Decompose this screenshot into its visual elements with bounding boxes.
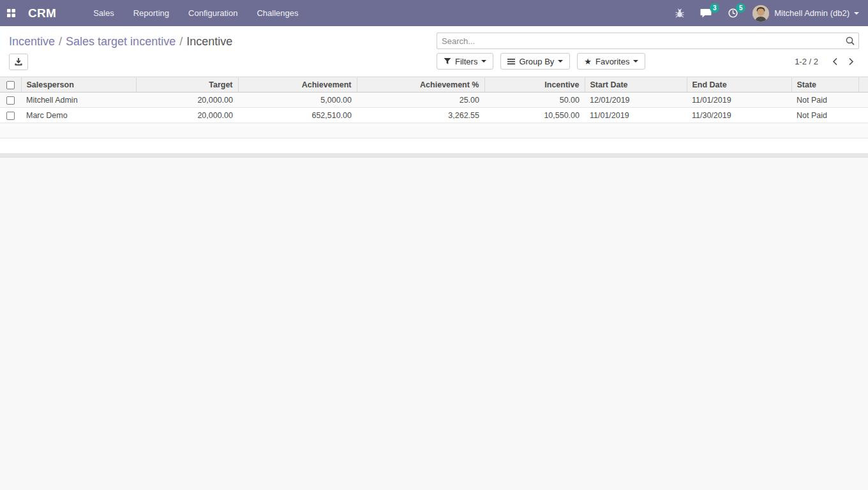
cell-target: 20,000.00 bbox=[136, 108, 238, 123]
cell-spacer bbox=[858, 108, 868, 123]
breadcrumb-item-sales-target-incentive[interactable]: Sales target incentive bbox=[66, 35, 176, 48]
breadcrumb-item-incentive[interactable]: Incentive bbox=[9, 35, 55, 48]
filters-button-label: Filters bbox=[455, 57, 477, 66]
column-header-state[interactable]: State bbox=[791, 77, 858, 93]
breadcrumb: Incentive/Sales target incentive/Incenti… bbox=[9, 33, 437, 50]
pager: 1-2 / 2 bbox=[795, 55, 859, 68]
main-menu: Sales Reporting Configuration Challenges bbox=[84, 0, 667, 26]
control-panel: Incentive/Sales target incentive/Incenti… bbox=[0, 26, 868, 77]
user-menu-caret-icon bbox=[854, 12, 859, 15]
pager-previous-button[interactable] bbox=[827, 55, 843, 68]
select-all-header-cell bbox=[0, 77, 21, 93]
select-all-checkbox[interactable] bbox=[6, 81, 15, 89]
pager-range: 1-2 / 2 bbox=[795, 57, 818, 66]
table-row[interactable]: Marc Demo 20,000.00 652,510.00 3,262.55 … bbox=[0, 108, 868, 123]
table-filler-rows bbox=[0, 123, 868, 154]
export-button[interactable] bbox=[9, 54, 28, 70]
menu-item-sales[interactable]: Sales bbox=[84, 0, 123, 26]
activities-menu-button[interactable]: 5 bbox=[720, 0, 746, 26]
menu-item-challenges[interactable]: Challenges bbox=[248, 0, 307, 26]
download-icon bbox=[14, 57, 23, 66]
group-by-list-icon bbox=[507, 58, 515, 65]
cell-achievement: 652,510.00 bbox=[238, 108, 357, 123]
filter-funnel-icon bbox=[444, 57, 451, 65]
incentive-list-table: Salesperson Target Achievement Achieveme… bbox=[0, 77, 868, 154]
favorites-button[interactable]: ★ Favorites bbox=[577, 53, 645, 70]
navbar-systray: 3 5 Mitchell Admin (db2) bbox=[667, 0, 868, 26]
cell-start-date: 12/01/2019 bbox=[585, 93, 687, 108]
cell-end-date: 11/30/2019 bbox=[687, 108, 791, 123]
table-row[interactable]: Mitchell Admin 20,000.00 5,000.00 25.00 … bbox=[0, 93, 868, 108]
column-header-start-date[interactable]: Start Date bbox=[585, 77, 687, 93]
empty-row bbox=[0, 138, 868, 154]
menu-item-reporting[interactable]: Reporting bbox=[124, 0, 178, 26]
table-footer-band bbox=[0, 154, 868, 158]
messages-count-badge: 3 bbox=[710, 3, 719, 13]
group-by-button[interactable]: Group By bbox=[500, 53, 570, 70]
filters-button[interactable]: Filters bbox=[437, 53, 493, 70]
search-box bbox=[437, 33, 859, 49]
row-checkbox[interactable] bbox=[6, 96, 15, 105]
menu-item-configuration[interactable]: Configuration bbox=[179, 0, 246, 26]
cell-salesperson: Marc Demo bbox=[21, 108, 136, 123]
table-header-row: Salesperson Target Achievement Achieveme… bbox=[0, 77, 868, 93]
cell-incentive: 50.00 bbox=[484, 93, 585, 108]
row-checkbox[interactable] bbox=[6, 112, 15, 120]
column-header-achievement[interactable]: Achievement bbox=[238, 77, 357, 93]
column-header-end-date[interactable]: End Date bbox=[687, 77, 791, 93]
column-header-salesperson[interactable]: Salesperson bbox=[21, 77, 136, 93]
cell-incentive: 10,550.00 bbox=[484, 108, 585, 123]
search-icon[interactable] bbox=[845, 36, 855, 46]
empty-row bbox=[0, 123, 868, 138]
debug-menu-button[interactable] bbox=[667, 0, 692, 26]
favorites-button-label: Favorites bbox=[595, 57, 629, 66]
cell-target: 20,000.00 bbox=[136, 93, 238, 108]
group-by-button-label: Group By bbox=[519, 57, 554, 66]
cell-state: Not Paid bbox=[791, 108, 858, 123]
column-header-achievement-pct[interactable]: Achievement % bbox=[357, 77, 484, 93]
cell-start-date: 11/01/2019 bbox=[585, 108, 687, 123]
row-select-cell bbox=[0, 108, 21, 123]
cell-achievement-pct: 25.00 bbox=[357, 93, 484, 108]
column-header-spacer bbox=[858, 77, 868, 93]
row-select-cell bbox=[0, 93, 21, 108]
user-avatar[interactable] bbox=[752, 5, 769, 22]
favorites-caret-icon bbox=[633, 60, 638, 63]
activities-count-badge: 5 bbox=[736, 3, 745, 13]
table-body: Mitchell Admin 20,000.00 5,000.00 25.00 … bbox=[0, 93, 868, 123]
app-brand[interactable]: CRM bbox=[28, 6, 56, 20]
pager-next-button[interactable] bbox=[843, 55, 859, 68]
cell-spacer bbox=[858, 93, 868, 108]
breadcrumb-separator: / bbox=[176, 35, 186, 48]
cell-salesperson: Mitchell Admin bbox=[21, 93, 136, 108]
breadcrumb-current-page: Incentive bbox=[186, 35, 232, 48]
breadcrumb-separator: / bbox=[55, 35, 66, 48]
favorites-star-icon: ★ bbox=[584, 57, 592, 66]
group-by-caret-icon bbox=[558, 60, 563, 63]
apps-grid-icon bbox=[6, 8, 16, 18]
cell-achievement-pct: 3,262.55 bbox=[357, 108, 484, 123]
cell-achievement: 5,000.00 bbox=[238, 93, 357, 108]
user-menu-button[interactable]: Mitchell Admin (db2) bbox=[774, 8, 849, 18]
messages-menu-button[interactable]: 3 bbox=[692, 0, 720, 26]
search-input[interactable] bbox=[437, 33, 859, 49]
column-header-target[interactable]: Target bbox=[136, 77, 238, 93]
cell-end-date: 11/01/2019 bbox=[687, 93, 791, 108]
top-navbar: CRM Sales Reporting Configuration Challe… bbox=[0, 0, 868, 26]
filters-caret-icon bbox=[481, 60, 486, 63]
apps-menu-button[interactable] bbox=[0, 0, 22, 26]
bug-icon bbox=[675, 8, 685, 19]
column-header-incentive[interactable]: Incentive bbox=[484, 77, 585, 93]
cell-state: Not Paid bbox=[791, 93, 858, 108]
